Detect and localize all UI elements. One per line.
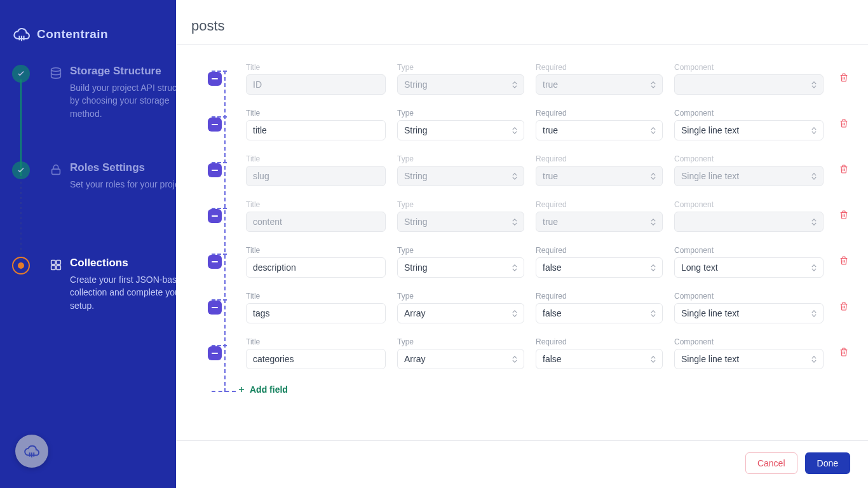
component-label: Component <box>674 109 824 118</box>
plus-icon <box>237 385 246 394</box>
trash-icon <box>839 72 849 83</box>
cancel-button[interactable]: Cancel <box>745 452 797 474</box>
required-label: Required <box>536 63 663 72</box>
chevron-sort-icon <box>651 173 656 180</box>
component-field-group: Component <box>674 200 824 232</box>
required-field-group: Required false <box>536 246 663 278</box>
delete-field-button[interactable] <box>836 344 851 362</box>
required-label: Required <box>536 109 663 118</box>
field-type-select[interactable]: String <box>397 257 524 278</box>
trash-icon <box>839 347 849 357</box>
field-required-select: true <box>536 74 663 95</box>
chevron-sort-icon <box>811 310 817 317</box>
type-label: Type <box>397 154 524 163</box>
component-field-group: Component Single line text <box>674 109 824 140</box>
svg-rect-8 <box>57 266 60 269</box>
chevron-sort-icon <box>811 173 817 180</box>
collapse-toggle[interactable] <box>208 209 222 223</box>
add-field-button[interactable]: Add field <box>233 384 288 395</box>
type-field-group: Type String <box>397 200 524 232</box>
required-field-group: Required false <box>536 337 663 369</box>
chevron-sort-icon <box>512 264 517 271</box>
field-type-value: Array <box>404 354 425 364</box>
collapse-toggle[interactable] <box>208 163 222 177</box>
step-roles-settings[interactable]: Roles Settings Set your roles for your p… <box>8 161 176 191</box>
chevron-sort-icon <box>651 127 656 134</box>
collapse-toggle[interactable] <box>208 255 222 269</box>
delete-field-button[interactable] <box>836 207 851 224</box>
field-component-select[interactable]: Single line text <box>674 349 824 369</box>
field-type-value: Array <box>404 308 425 318</box>
chevron-sort-icon <box>651 219 656 226</box>
field-required-select[interactable]: true <box>536 120 663 140</box>
field-type-select: String <box>397 166 524 186</box>
field-type-value: String <box>404 262 428 273</box>
required-label: Required <box>536 337 663 346</box>
field-title-input[interactable] <box>246 303 386 323</box>
required-field-group: Required true <box>536 154 663 186</box>
type-label: Type <box>397 246 524 255</box>
step-desc: Set your roles for your project. <box>70 178 176 191</box>
trash-icon <box>839 301 849 311</box>
delete-field-button[interactable] <box>836 116 851 133</box>
done-button[interactable]: Done <box>805 452 850 474</box>
onboarding-sidebar: Contentrain Storage Stru <box>0 0 176 488</box>
title-label: Title <box>246 292 386 301</box>
help-fab[interactable] <box>15 435 48 468</box>
component-label: Component <box>674 337 824 346</box>
add-field-label: Add field <box>250 384 288 395</box>
brand-name: Contentrain <box>37 27 108 41</box>
required-field-group: Required true <box>536 63 663 95</box>
chevron-sort-icon <box>651 356 656 363</box>
field-required-select[interactable]: false <box>536 349 663 369</box>
delete-field-button[interactable] <box>836 161 851 179</box>
field-type-select[interactable]: Array <box>397 349 524 369</box>
field-title-input[interactable] <box>246 349 386 369</box>
collapse-toggle[interactable] <box>208 118 222 132</box>
field-required-select[interactable]: false <box>536 257 663 278</box>
chevron-sort-icon <box>811 127 817 134</box>
svg-rect-4 <box>52 169 60 174</box>
delete-field-button[interactable] <box>836 70 851 87</box>
field-title-input <box>246 212 386 232</box>
field-component-select[interactable]: Long text <box>674 257 824 278</box>
chevron-sort-icon <box>651 310 656 317</box>
field-type-select[interactable]: Array <box>397 303 524 323</box>
collapse-toggle[interactable] <box>208 301 222 315</box>
chevron-sort-icon <box>512 219 517 226</box>
type-label: Type <box>397 337 524 346</box>
trash-icon <box>839 210 849 220</box>
chevron-sort-icon <box>512 173 517 180</box>
field-title-input[interactable] <box>246 120 386 140</box>
field-type-value: String <box>404 217 428 227</box>
component-label: Component <box>674 154 824 163</box>
step-storage-structure[interactable]: Storage Structure Build your project API… <box>8 65 176 120</box>
field-title-input[interactable] <box>246 257 386 278</box>
step-complete-indicator <box>8 161 34 191</box>
title-label: Title <box>246 246 386 255</box>
field-type-select[interactable]: String <box>397 120 524 140</box>
component-field-group: Component Long text <box>674 246 824 278</box>
add-field-row: Add field <box>217 377 853 397</box>
collapse-toggle[interactable] <box>208 72 222 86</box>
field-type-select: String <box>397 212 524 232</box>
delete-field-button[interactable] <box>836 253 851 270</box>
field-type-value: String <box>404 171 428 181</box>
page-header: posts <box>176 0 868 45</box>
collapse-toggle[interactable] <box>208 346 222 360</box>
brand-cloud-icon <box>13 25 31 43</box>
trash-icon <box>839 164 849 174</box>
title-label: Title <box>246 337 386 346</box>
field-component-select[interactable]: Single line text <box>674 303 824 323</box>
title-field-group: Title <box>246 154 386 186</box>
step-collections[interactable]: Collections Create your first JSON-based… <box>8 257 176 312</box>
chevron-sort-icon <box>811 264 817 271</box>
field-required-select[interactable]: false <box>536 303 663 323</box>
required-field-group: Required true <box>536 200 663 232</box>
title-label: Title <box>246 154 386 163</box>
check-icon <box>12 65 30 83</box>
required-label: Required <box>536 292 663 301</box>
field-component-select[interactable]: Single line text <box>674 120 824 140</box>
type-label: Type <box>397 109 524 118</box>
delete-field-button[interactable] <box>836 299 851 316</box>
